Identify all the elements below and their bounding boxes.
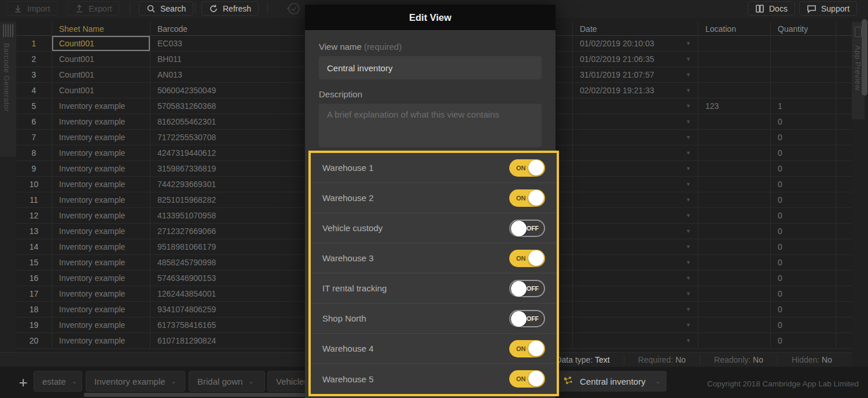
toggle-switch[interactable]: ON: [509, 159, 545, 177]
cell-quantity[interactable]: [771, 83, 836, 98]
cell-quantity[interactable]: 0: [771, 302, 836, 317]
row-number[interactable]: 1: [16, 36, 52, 51]
dropdown-arrow-icon[interactable]: ▼: [686, 291, 691, 297]
row-number[interactable]: 12: [16, 208, 52, 223]
cell-date[interactable]: 01/02/2019 21:06:35 ▼: [573, 52, 698, 67]
cell-quantity[interactable]: 0: [771, 177, 836, 192]
toggle-switch[interactable]: OFF: [509, 310, 545, 327]
row-number[interactable]: 8: [16, 145, 52, 160]
cell-barcode[interactable]: 9341074806259: [150, 302, 307, 317]
cell-sheet-name[interactable]: Count001: [52, 83, 150, 98]
cell-location[interactable]: [698, 224, 771, 239]
cell-sheet-name[interactable]: Inventory example: [52, 239, 150, 254]
dropdown-arrow-icon[interactable]: ▼: [686, 72, 691, 78]
dropdown-arrow-icon[interactable]: ▼: [686, 213, 691, 218]
cell-location[interactable]: [698, 302, 771, 317]
cell-date[interactable]: ▼: [573, 302, 698, 317]
cell-barcode[interactable]: 5705831260368: [150, 98, 307, 114]
import-button[interactable]: Import: [6, 1, 58, 16]
cell-quantity[interactable]: 0: [771, 145, 836, 160]
add-sheet-button[interactable]: +: [13, 371, 34, 393]
app-preview-rail[interactable]: App Preview: [852, 18, 868, 398]
horizontal-scrollbar[interactable]: [84, 393, 307, 397]
dropdown-arrow-icon[interactable]: ▼: [686, 275, 691, 281]
cell-barcode[interactable]: 7172255530708: [150, 130, 307, 145]
cell-sheet-name[interactable]: Inventory example: [52, 271, 150, 286]
export-button[interactable]: Export: [67, 1, 119, 16]
row-number[interactable]: 3: [16, 67, 52, 82]
row-number[interactable]: 2: [16, 52, 52, 67]
toggle-switch[interactable]: ON: [509, 340, 545, 357]
cell-quantity[interactable]: 0: [771, 161, 836, 176]
cell-barcode[interactable]: AN013: [150, 67, 307, 82]
row-number[interactable]: 5: [16, 98, 52, 114]
cell-barcode[interactable]: 5060042350049: [150, 83, 307, 98]
cell-sheet-name[interactable]: Inventory example: [52, 130, 150, 145]
cell-date[interactable]: ▼: [573, 333, 698, 348]
dropdown-arrow-icon[interactable]: ▼: [686, 260, 691, 265]
view-selector[interactable]: Central inventory ⌄: [557, 371, 667, 392]
cell-quantity[interactable]: 0: [771, 286, 836, 301]
column-header-quantity[interactable]: Quantity: [771, 22, 836, 35]
cell-quantity[interactable]: 0: [771, 130, 836, 145]
toggle-knob[interactable]: [511, 311, 527, 327]
cell-sheet-name[interactable]: Inventory example: [52, 302, 150, 317]
cell-location[interactable]: [698, 239, 771, 254]
cell-location[interactable]: [698, 317, 771, 333]
cell-location[interactable]: [698, 208, 771, 223]
cell-barcode[interactable]: 9518981066179: [150, 239, 307, 254]
cell-sheet-name[interactable]: Inventory example: [52, 286, 150, 301]
cell-location[interactable]: [698, 52, 771, 67]
cell-date[interactable]: ▼: [573, 192, 698, 207]
cell-date[interactable]: ▼: [573, 239, 698, 254]
toggle-switch[interactable]: ON: [509, 250, 545, 267]
cell-barcode[interactable]: 4858245790998: [150, 255, 307, 270]
view-name-input[interactable]: [319, 56, 542, 79]
cell-date[interactable]: ▼: [573, 130, 698, 145]
cell-location[interactable]: [698, 177, 771, 192]
toggle-knob[interactable]: [528, 190, 544, 206]
toggle-knob[interactable]: [528, 341, 544, 356]
cell-date[interactable]: ▼: [573, 317, 698, 333]
cell-quantity[interactable]: 0: [771, 208, 836, 223]
cell-location[interactable]: [698, 36, 771, 51]
dropdown-arrow-icon[interactable]: ▼: [686, 41, 691, 46]
barcode-generator-rail[interactable]: Barcode Generator: [0, 18, 16, 398]
cell-sheet-name[interactable]: Inventory example: [52, 192, 150, 207]
cell-sheet-name[interactable]: Inventory example: [52, 317, 150, 333]
cell-sheet-name[interactable]: Inventory example: [52, 145, 150, 160]
cell-quantity[interactable]: [771, 36, 836, 51]
dropdown-arrow-icon[interactable]: ▼: [686, 119, 691, 125]
cell-sheet-name[interactable]: Count001: [52, 52, 150, 67]
cell-quantity[interactable]: 0: [771, 192, 836, 207]
dropdown-arrow-icon[interactable]: ▼: [686, 338, 691, 344]
sheet-tab[interactable]: Vehicles: [267, 371, 309, 392]
validate-button-partial[interactable]: [286, 1, 301, 19]
dropdown-arrow-icon[interactable]: ▼: [686, 306, 691, 312]
cell-quantity[interactable]: [771, 67, 836, 82]
cell-date[interactable]: ▼: [573, 161, 698, 176]
cell-quantity[interactable]: 0: [771, 114, 836, 129]
row-number[interactable]: 7: [16, 130, 52, 145]
cell-barcode[interactable]: 8251015968282: [150, 192, 307, 207]
cell-date[interactable]: ▼: [573, 286, 698, 301]
description-textarea[interactable]: [319, 104, 542, 147]
cell-date[interactable]: ▼: [573, 271, 698, 286]
cell-quantity[interactable]: [771, 52, 836, 67]
cell-sheet-name[interactable]: Count001: [52, 36, 150, 51]
cell-barcode[interactable]: 2712327669066: [150, 224, 307, 239]
row-number[interactable]: 14: [16, 239, 52, 254]
column-header-barcode[interactable]: Barcode: [150, 22, 307, 35]
cell-sheet-name[interactable]: Inventory example: [52, 224, 150, 239]
dropdown-arrow-icon[interactable]: ▼: [686, 197, 691, 203]
cell-date[interactable]: ▼: [573, 208, 698, 223]
column-header-location[interactable]: Location: [698, 22, 771, 35]
cell-date[interactable]: 31/01/2019 21:07:57 ▼: [573, 67, 698, 82]
cell-sheet-name[interactable]: Inventory example: [52, 98, 150, 114]
cell-sheet-name[interactable]: Count001: [52, 67, 150, 82]
cell-quantity[interactable]: 0: [771, 224, 836, 239]
cell-barcode[interactable]: 4247319440612: [150, 145, 307, 160]
cell-location[interactable]: [698, 161, 771, 176]
sheet-tab[interactable]: Bridal gown ⌄: [189, 371, 265, 392]
cell-location[interactable]: [698, 145, 771, 160]
